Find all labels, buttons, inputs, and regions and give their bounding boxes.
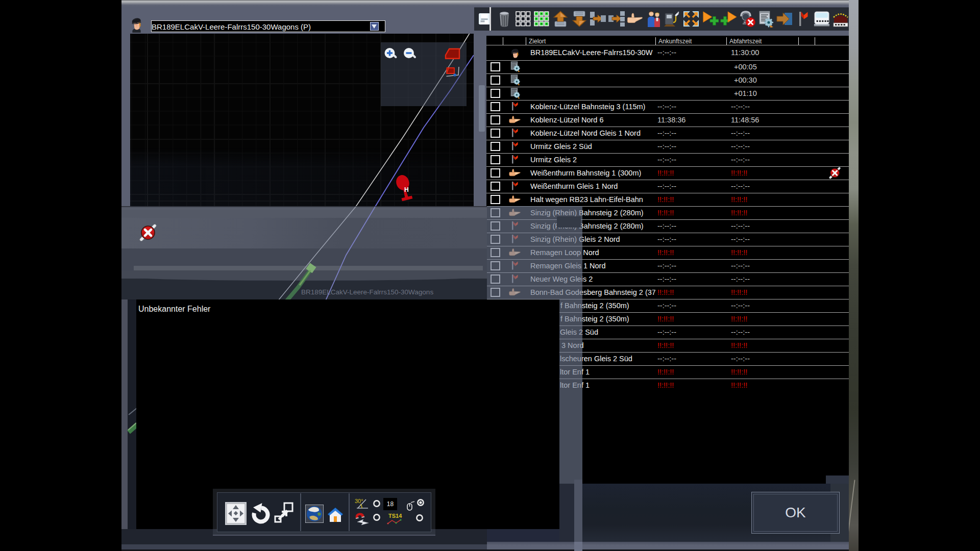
svg-text:H: H xyxy=(404,186,409,193)
